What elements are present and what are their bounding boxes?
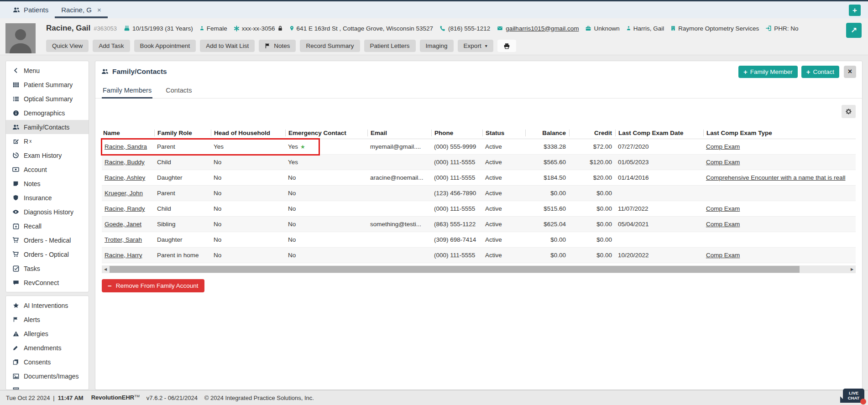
exam-type-link[interactable]: Comp Exam [706,221,740,228]
workspace: MenuPatient SummaryOptical SummaryDemogr… [0,55,868,390]
sidebar-item-revconnect[interactable]: RevConnect [6,275,89,290]
record-summary-button[interactable]: Record Summary [300,40,360,52]
phr-icon [765,25,772,31]
column-header-last-comp-exam-type[interactable]: Last Comp Exam Type [703,130,856,136]
scrollbar-thumb[interactable] [110,266,800,273]
footer-date: Tue Oct 22 2024 [6,395,50,401]
sidebar-item-family-contacts[interactable]: Family/Contacts [6,120,89,134]
sidebar-item-tasks[interactable]: Tasks [6,261,89,275]
add-to-wait-list-button[interactable]: Add to Wait List [200,40,255,52]
patient-name-link[interactable]: Racine, Sandra [105,143,147,150]
live-chat-button[interactable]: LIVE CHAT [843,389,864,403]
exam-type-link[interactable]: Comprehensive Encounter with a name that… [706,174,845,181]
emergency-contact-value: No [288,190,296,197]
close-tab-icon[interactable]: × [97,6,101,14]
column-header-last-comp-exam-date[interactable]: Last Comp Exam Date [615,130,703,136]
column-header-emergency-contact[interactable]: Emergency Contact [285,130,367,136]
scroll-right-arrow[interactable]: ▶ [848,265,856,273]
add-contact-button[interactable]: + Contact [801,66,839,78]
exam-type-link[interactable]: Comp Exam [706,205,740,212]
patient-name-link[interactable]: Racine, Ashley [105,174,145,181]
notes-button[interactable]: Notes [259,40,296,52]
patient-name-link[interactable]: Trotter, Sarah [105,236,142,243]
column-header-head-of-household[interactable]: Head of Household [211,130,285,136]
cell-name: Racine, Ashley [102,174,154,181]
patient-name-link[interactable]: Racine, Randy [105,205,145,212]
sidebar-item-account[interactable]: Account [6,162,89,177]
birthday-icon [124,25,130,31]
expand-button[interactable]: ↗ [846,23,862,38]
column-header-family-role[interactable]: Family Role [154,130,211,136]
cell-balance: $184.50 [525,174,569,181]
patient-letters-button[interactable]: Patient Letters [364,40,416,52]
column-header-balance[interactable]: Balance [525,130,569,136]
column-header-email[interactable]: Email [367,130,431,136]
sidebar-item-label: RevConnect [24,279,59,286]
add-family-member-button[interactable]: + Family Member [738,66,798,78]
cell-balance: $515.60 [525,205,569,212]
sidebar-item-clipped[interactable] [6,383,89,390]
column-header-name[interactable]: Name [102,130,154,136]
close-panel-button[interactable]: × [844,66,856,78]
sidebar-item-patient-summary[interactable]: Patient Summary [6,78,89,92]
briefcase-icon [585,26,591,31]
exam-type-link[interactable]: Comp Exam [706,159,740,166]
sidebar-item-demographics[interactable]: Demographics [6,106,89,120]
remove-from-family-account-button[interactable]: − Remove From Family Account [102,279,204,292]
table-settings-button[interactable] [842,105,856,118]
cell-phone: (123) 456-7890 [431,190,482,197]
cell-emergency-contact: No [285,174,367,181]
sidebar-item-orders-optical[interactable]: Orders - Optical [6,247,89,261]
cell-phone: (000) 111-5555 [431,174,482,181]
sidebar-item-insurance[interactable]: Insurance [6,191,89,205]
exam-type-link[interactable]: Comp Exam [706,252,740,259]
flag-icon [12,317,20,322]
cell-last-comp-exam-type: Comp Exam [703,221,856,228]
sidebar-item-orders-medical[interactable]: Orders - Medical [6,233,89,247]
horizontal-scrollbar[interactable]: ◀ ▶ [102,265,856,273]
patient-name-link[interactable]: Racine, Buddy [105,159,145,166]
new-tab-button[interactable]: + [849,5,861,16]
sidebar-item-documents-images[interactable]: Documents/Images [6,369,89,383]
cell-family-role: Child [154,205,211,212]
sidebar-item-optical-summary[interactable]: Optical Summary [6,92,89,106]
cell-credit: $0.00 [569,252,615,259]
tab-patients[interactable]: Patients [6,1,55,18]
book-appointment-button[interactable]: Book Appointment [134,40,196,52]
patient-info-email-value[interactable]: gailharris1015@gmail.com [506,25,579,32]
patient-info-briefcase: Unknown [585,25,619,32]
button-label: Notes [274,42,290,49]
cell-balance: $338.28 [525,143,569,150]
sidebar-item-ai-interventions[interactable]: AI Interventions [6,298,89,312]
patient-info-building-value: Raymore Optometry Services [678,25,759,32]
quick-view-button[interactable]: Quick View [46,40,89,52]
sidebar-item-alerts[interactable]: Alerts [6,312,89,327]
add-task-button[interactable]: Add Task [93,40,130,52]
imaging-button[interactable]: Imaging [420,40,454,52]
export-button[interactable]: Export▾ [458,40,493,52]
sidebar-item-exam-history[interactable]: Exam History [6,148,89,162]
sidebar-item-allergies[interactable]: Allergies [6,327,89,341]
cell-email: aracine@noemail... [367,174,431,181]
column-header-phone[interactable]: Phone [431,130,482,136]
exam-type-link[interactable]: Comp Exam [706,143,740,150]
scroll-left-arrow[interactable]: ◀ [102,265,109,273]
tab-contacts[interactable]: Contacts [165,83,193,98]
sidebar-item-amendments[interactable]: Amendments [6,341,89,355]
patient-name-link[interactable]: Goede, Janet [105,221,141,228]
sidebar-item-diagnosis-history[interactable]: Diagnosis History [6,205,89,219]
sidebar-item-notes[interactable]: Notes [6,177,89,191]
patient-name-link[interactable]: Krueger, John [105,190,143,197]
patient-name-link[interactable]: Racine, Harry [105,252,142,259]
sidebar-item-rx[interactable]: Rx [6,134,89,148]
sidebar-item-consents[interactable]: Consents [6,355,89,369]
sidebar-item-menu[interactable]: Menu [6,63,89,78]
tab-patients-label: Patients [24,6,48,14]
cell-name: Krueger, John [102,190,154,197]
tab-family-members[interactable]: Family Members [102,83,152,98]
column-header-credit[interactable]: Credit [569,130,615,136]
print-button[interactable] [497,40,516,52]
tab-patient-racine[interactable]: Racine, G × [55,1,107,18]
column-header-status[interactable]: Status [482,130,525,136]
sidebar-item-recall[interactable]: Recall [6,219,89,233]
